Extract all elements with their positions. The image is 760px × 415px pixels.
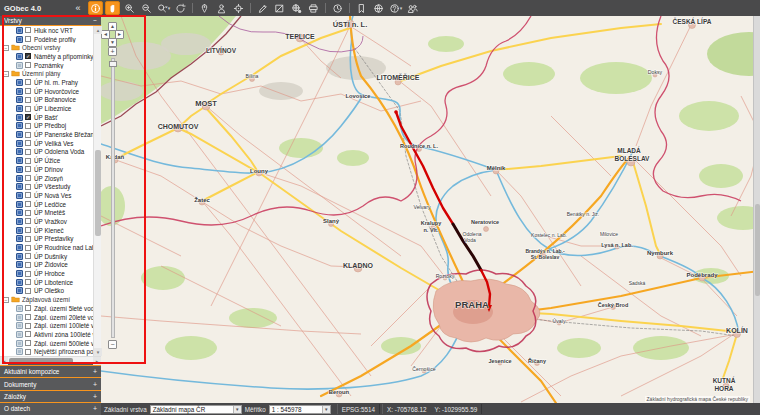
- info-button[interactable]: [88, 1, 103, 15]
- layer-item[interactable]: Hluk noc VRT: [0, 26, 93, 35]
- tree-vertical-scrollbar[interactable]: ▴ ▾: [93, 26, 101, 356]
- map-scrollbar-thumb[interactable]: [755, 204, 760, 296]
- layer-checkbox[interactable]: [25, 253, 31, 259]
- share-button[interactable]: [405, 1, 420, 15]
- web-services-button[interactable]: [371, 1, 386, 15]
- layer-checkbox[interactable]: [25, 262, 31, 268]
- layer-checkbox[interactable]: [25, 184, 31, 190]
- layer-checkbox[interactable]: [25, 288, 31, 294]
- base-layer-select[interactable]: Základní mapa ČR ▼: [150, 405, 242, 414]
- layer-checkbox[interactable]: [25, 62, 31, 68]
- layer-item[interactable]: ÚP Zlosyň: [0, 174, 93, 183]
- layer-checkbox[interactable]: [25, 149, 31, 155]
- scroll-left-icon[interactable]: ◂: [0, 357, 8, 365]
- layer-checkbox[interactable]: [25, 27, 31, 33]
- layer-checkbox[interactable]: [25, 88, 31, 94]
- chevron-down-icon[interactable]: ▼: [233, 406, 241, 413]
- layer-checkbox[interactable]: [25, 106, 31, 112]
- layer-checkbox[interactable]: [25, 36, 31, 42]
- layer-checkbox[interactable]: [25, 158, 31, 164]
- expand-icon[interactable]: +: [93, 381, 97, 388]
- expand-icon[interactable]: +: [93, 405, 97, 412]
- layer-checkbox[interactable]: [25, 79, 31, 85]
- zoom-in-button[interactable]: [122, 1, 137, 15]
- select-point-button[interactable]: [197, 1, 212, 15]
- layer-checkbox[interactable]: [25, 305, 31, 311]
- layer-item[interactable]: ÚP Mnetěš: [0, 208, 93, 217]
- refresh-button[interactable]: [173, 1, 188, 15]
- layer-folder[interactable]: −Územní plány: [0, 69, 93, 78]
- chevron-down-icon[interactable]: ▼: [322, 406, 330, 413]
- layer-item[interactable]: ÚP Libotenice: [0, 278, 93, 287]
- layer-checkbox[interactable]: [25, 271, 31, 277]
- tree-vscroll-thumb[interactable]: [95, 150, 101, 236]
- layer-item[interactable]: ✓ÚP Bašť: [0, 113, 93, 122]
- collapse-node-icon[interactable]: −: [3, 297, 9, 303]
- map-services-button[interactable]: [289, 1, 304, 15]
- layer-item[interactable]: ÚP Dřínov: [0, 165, 93, 174]
- layer-item[interactable]: ÚP Veliká Ves: [0, 139, 93, 148]
- layer-item[interactable]: Poznámky: [0, 61, 93, 70]
- zoom-extent-button[interactable]: ▾: [156, 1, 171, 15]
- pan-down-button[interactable]: ▼: [108, 38, 117, 47]
- layer-checkbox[interactable]: [25, 192, 31, 198]
- zoom-out-map-button[interactable]: −: [108, 340, 117, 349]
- layer-checkbox[interactable]: [25, 210, 31, 216]
- layer-item[interactable]: ÚP Dušníky: [0, 252, 93, 261]
- layer-checkbox[interactable]: [25, 349, 31, 355]
- layer-item[interactable]: Zápl. území 500leté vody: [0, 339, 93, 348]
- layer-checkbox[interactable]: ✓: [25, 114, 31, 120]
- layer-item[interactable]: Zápl. území 20leté vody: [0, 313, 93, 322]
- layer-item[interactable]: ÚP Předboj: [0, 122, 93, 131]
- layer-checkbox[interactable]: [25, 323, 31, 329]
- layer-checkbox[interactable]: [25, 175, 31, 181]
- layer-item[interactable]: Největší přirozená povodeň: [0, 347, 93, 356]
- layer-item[interactable]: ÚP Hrobce: [0, 269, 93, 278]
- layer-checkbox[interactable]: [25, 166, 31, 172]
- history-button[interactable]: [330, 1, 345, 15]
- layer-item[interactable]: ÚP Líbeznice: [0, 104, 93, 113]
- locate-button[interactable]: [231, 1, 246, 15]
- accordion-aktu-ln-kompozice[interactable]: Aktuální kompozice+: [0, 365, 101, 377]
- layer-item[interactable]: ÚP Úžice: [0, 156, 93, 165]
- accordion-z-lo-ky[interactable]: Záložky+: [0, 390, 101, 402]
- map-viewport[interactable]: ÚSTÍ n. L.TEPLICELITVÍNOVLITOMĚŘICELovos…: [101, 16, 760, 403]
- layer-checkbox[interactable]: [25, 140, 31, 146]
- layer-checkbox[interactable]: ✓: [25, 53, 31, 59]
- layer-checkbox[interactable]: [25, 314, 31, 320]
- layer-item[interactable]: ÚP Kleneč: [0, 226, 93, 235]
- layer-item[interactable]: Zápl. území 5leté vody: [0, 304, 93, 313]
- map-scrollbar[interactable]: [753, 16, 760, 403]
- layer-checkbox[interactable]: [25, 97, 31, 103]
- layer-item[interactable]: ÚP Nová Ves: [0, 191, 93, 200]
- layer-item[interactable]: Zápl. území 100leté vody: [0, 321, 93, 330]
- zoom-slider-thumb[interactable]: [109, 61, 117, 67]
- measure-button[interactable]: [255, 1, 270, 15]
- zoom-in-map-button[interactable]: +: [108, 47, 117, 56]
- tree-horizontal-scrollbar[interactable]: ◂ ▸: [0, 356, 101, 364]
- layer-checkbox[interactable]: [25, 227, 31, 233]
- layer-checkbox[interactable]: [25, 245, 31, 251]
- layer-item[interactable]: ÚP Roudnice nad Labem: [0, 243, 93, 252]
- chevron-down-icon[interactable]: ▾: [400, 5, 403, 11]
- accordion-dokumenty[interactable]: Dokumenty+: [0, 377, 101, 389]
- layer-item[interactable]: ÚP Odolena Voda: [0, 148, 93, 157]
- pan-button[interactable]: [105, 1, 120, 15]
- layer-item[interactable]: ÚP Všestudy: [0, 182, 93, 191]
- layer-item[interactable]: ÚP Bořanovice: [0, 96, 93, 105]
- layer-item[interactable]: ÚP Hovorčovice: [0, 87, 93, 96]
- layer-checkbox[interactable]: [25, 201, 31, 207]
- layer-item[interactable]: ÚP hl. m. Prahy: [0, 78, 93, 87]
- layers-panel-collapse-icon[interactable]: −: [93, 17, 97, 24]
- collapse-node-icon[interactable]: −: [3, 45, 9, 51]
- layer-item[interactable]: Podélné profily: [0, 35, 93, 44]
- layer-item[interactable]: ÚP Oleško: [0, 287, 93, 296]
- expand-icon[interactable]: +: [93, 368, 97, 375]
- layer-item[interactable]: ÚP Ledčice: [0, 200, 93, 209]
- scroll-right-icon[interactable]: ▸: [93, 357, 101, 365]
- layer-checkbox[interactable]: [25, 279, 31, 285]
- print-button[interactable]: [306, 1, 321, 15]
- layer-item[interactable]: ÚP Vražkov: [0, 217, 93, 226]
- bookmarks-button[interactable]: [354, 1, 369, 15]
- zoom-slider-track[interactable]: [111, 58, 115, 338]
